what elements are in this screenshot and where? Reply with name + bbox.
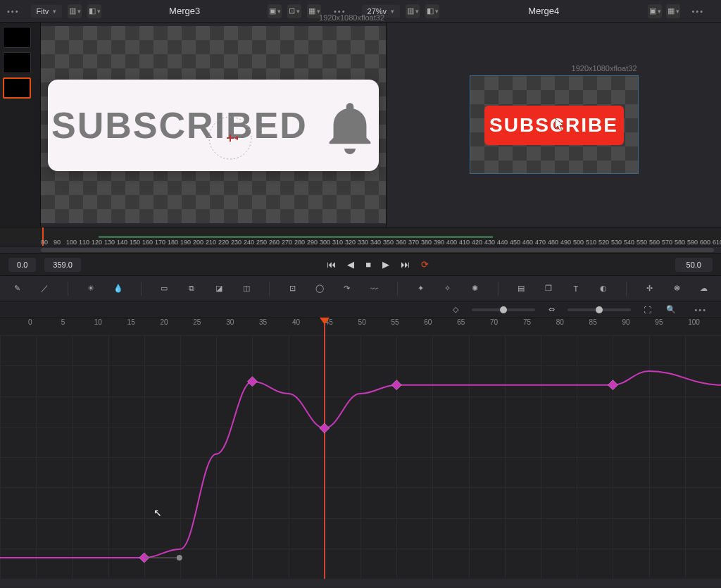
channel-icon[interactable]: ◧ [87,4,101,18]
subscribed-text: SUBSCRIBED [51,104,308,146]
particles-icon[interactable]: ✦ [413,281,428,296]
zoom-slider-2[interactable] [568,308,631,311]
line-tool-icon[interactable]: ／ [37,281,52,296]
spline-curve[interactable] [0,335,721,579]
spline-toolstrip: ✎ ／ ☀ 💧 ▭ ⧉ ◪ ◫ ⊡ ◯ ↷ 〰 ✦ ✧ ✺ ▤ ❒ T ◐ ✢ … [0,276,721,301]
ruler-scrollbar[interactable] [0,246,721,254]
preview-a-canvas: 1920x1080xfloat32 SUBSCRIBED [41,26,386,223]
rect-tool-icon[interactable]: ▭ [157,281,172,296]
zoom-slider-1[interactable] [472,308,535,311]
text-tool-icon[interactable]: T [568,281,583,296]
svg-point-3 [177,555,182,561]
cube-icon[interactable]: ❒ [541,281,556,296]
options-icon[interactable]: ⊡ [287,4,301,18]
channel-icon-b[interactable]: ◧ [425,4,439,18]
wave-icon[interactable]: 〰 [367,281,382,296]
layout-icon-b[interactable]: ▥ [406,4,420,18]
thumb-3-selected[interactable] [3,77,31,99]
spline-editor[interactable]: 0510152025303540455055606570758085909510… [0,318,721,579]
fit-icon[interactable]: ⛶ [639,302,655,318]
spline-scrollbar[interactable] [0,579,721,586]
viewer-b-title: Merge4 [445,6,642,16]
spline-ruler[interactable]: 0510152025303540455055606570758085909510… [0,318,721,335]
svg-rect-6 [391,380,401,390]
spark-icon[interactable]: ✧ [441,281,456,296]
burst-icon[interactable]: ✺ [468,281,482,296]
fill-icon[interactable]: ◪ [211,281,226,296]
time-ruler[interactable]: 8090100110120130140150160170180190200210… [0,227,721,246]
transport-bar: 0.0 359.0 ⏮ ◀ ■ ▶ ⏭ ⟳ 50.0 [0,254,721,276]
resolution-label-b: 1920x1080xfloat32 [572,64,637,73]
cursor-icon [553,117,566,132]
layout-icon[interactable]: ▥ [68,4,82,18]
step-back-button[interactable]: ◀ [347,259,354,270]
play-button[interactable]: ▶ [382,259,389,270]
cloud-icon[interactable]: ☁ [696,281,711,296]
grid-icon-b[interactable]: ▦ [666,4,680,18]
window-icon[interactable]: ◫ [239,281,253,296]
fit-dropdown-a[interactable]: Fitv [31,5,63,18]
svg-rect-4 [247,377,257,387]
loop-button[interactable]: ⟳ [421,259,429,270]
spline-subtoolbar: ◇ ⇔ ⛶ 🔍 ••• [0,301,721,318]
mask-icon[interactable]: ◐ [596,281,610,296]
resolution-label-a: 1920x1080xfloat32 [319,13,384,22]
center-marker [206,113,255,163]
viewer-a-title: Merge3 [107,6,262,16]
fx1-icon[interactable]: ✢ [642,281,657,296]
thumb-2[interactable] [3,52,31,73]
snapshot-icon[interactable]: ▣ [268,4,282,18]
more-menu-left[interactable]: ••• [0,7,27,15]
crop-icon[interactable]: ⊡ [285,281,300,296]
more-menu-b[interactable]: ••• [684,7,711,15]
range-end[interactable]: 359.0 [44,258,81,272]
keyframe-nav-icon[interactable]: ◇ [448,302,463,318]
layers-icon[interactable]: ▤ [514,281,529,296]
pen-tool-icon[interactable]: ✎ [10,281,25,296]
goto-end-button[interactable]: ⏭ [401,259,410,270]
curve-icon[interactable]: ↷ [339,281,354,296]
viewer-b[interactable]: 1920x1080xfloat32 SUBSCRIBE [386,23,721,227]
viewer-a[interactable]: 1920x1080xfloat32 SUBSCRIBED [41,23,386,227]
drop-icon[interactable]: 💧 [111,281,125,296]
circle-icon[interactable]: ◯ [313,281,327,296]
snapshot-icon-b[interactable]: ▣ [648,4,662,18]
svg-rect-5 [320,423,330,433]
thumb-1[interactable] [3,27,31,48]
light-icon[interactable]: ☀ [83,281,98,296]
fx2-icon[interactable]: ❋ [670,281,684,296]
viewers-row: 1920x1080xfloat32 SUBSCRIBED 1920x1080xf… [0,23,721,227]
bell-icon [325,96,375,154]
stop-button[interactable]: ■ [365,259,371,270]
spline-more-menu[interactable]: ••• [687,306,714,314]
goto-start-button[interactable]: ⏮ [327,259,336,270]
handles-icon[interactable]: ⇔ [544,302,559,318]
zoom-icon[interactable]: 🔍 [663,302,679,318]
thumbnail-strip [0,23,41,227]
mouse-cursor-icon: ↖ [153,507,162,518]
playhead-marker-icon[interactable] [319,317,330,325]
range-start[interactable]: 0.0 [8,258,36,272]
preview-b-canvas: SUBSCRIBE [470,75,639,174]
copy-icon[interactable]: ⧉ [184,281,199,296]
current-frame[interactable]: 50.0 [675,258,713,272]
svg-rect-7 [608,380,617,390]
